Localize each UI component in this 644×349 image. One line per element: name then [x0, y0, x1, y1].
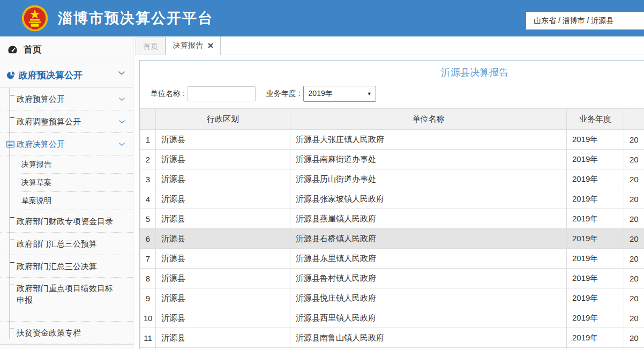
select-arrow-icon: ▼ — [367, 91, 372, 96]
cell: 沂源县南鲁山镇人民政府 — [290, 328, 567, 348]
cell: 3 — [140, 169, 156, 189]
sidebar-subitem[interactable]: 决算报告 — [0, 155, 133, 174]
national-emblem-icon — [20, 4, 49, 33]
cell: 沂源县 — [156, 169, 290, 189]
sidebar-item-home[interactable]: 首页 — [0, 36, 133, 63]
tab-bar: 首页 决算报告 — [135, 36, 644, 55]
cell: 8 — [140, 269, 156, 288]
cell: 6 — [140, 229, 156, 249]
unit-name-label: 单位名称 : — [151, 89, 185, 99]
table-row[interactable]: 1沂源县沂源县大张庄镇人民政府2019年20 — [140, 130, 644, 150]
close-icon[interactable] — [208, 43, 213, 48]
table-row[interactable]: 10沂源县沂源县西里镇人民政府2019年20 — [140, 308, 644, 328]
cell: 沂源县东里镇人民政府 — [290, 249, 567, 269]
sidebar-item-label: 政府部门汇总三公预算 — [17, 238, 97, 249]
cell: 11 — [140, 328, 156, 348]
business-year-label: 业务年度 : — [266, 89, 301, 99]
cell: 沂源县 — [156, 209, 290, 229]
breadcrumb[interactable]: 山东省 / 淄博市 / 沂源县 — [526, 12, 644, 29]
tab-label: 首页 — [143, 42, 158, 51]
cell: 沂源县 — [156, 249, 290, 269]
tab[interactable]: 决算报告 — [166, 36, 221, 55]
cell: 1 — [140, 130, 156, 150]
cell: 沂源县石桥镇人民政府 — [290, 229, 567, 249]
sidebar-item-label: 政府部门汇总三公决算 — [17, 261, 97, 272]
cell: 沂源县 — [156, 269, 290, 288]
unit-name-input[interactable] — [188, 86, 256, 101]
cell: 沂源县燕崖镇人民政府 — [290, 209, 567, 229]
cell: 9 — [140, 288, 156, 308]
sidebar-item[interactable]: 政府调整预算公开 — [0, 110, 133, 133]
app-window: 淄博市预决算公开平台 山东省 / 淄博市 / 沂源县 首页 — [0, 0, 644, 349]
table-body: 1沂源县沂源县大张庄镇人民政府2019年202沂源县沂源县南麻街道办事处2019… — [140, 130, 644, 349]
sidebar-item-label: 政府调整预算公开 — [17, 116, 81, 127]
sidebar-section-gov-budget[interactable]: 政府预决算公开 — [0, 63, 133, 88]
cell: 20 — [624, 288, 644, 308]
table-row[interactable]: 4沂源县沂源县张家坡镇人民政府2019年20 — [140, 189, 644, 209]
sidebar-item[interactable]: 政府部门汇总三公预算 — [0, 233, 133, 255]
cell: 7 — [140, 249, 156, 269]
sidebar-item[interactable]: 政府部门重点项目绩效目标申报 — [0, 278, 133, 322]
cell: 20 — [624, 150, 644, 169]
cell: 20 — [624, 189, 644, 209]
sidebar-subitem-label: 决算草案 — [21, 178, 51, 188]
table-row[interactable]: 3沂源县沂源县历山街道办事处2019年20 — [140, 169, 644, 189]
cell: 20 — [624, 209, 644, 229]
list-icon — [6, 140, 14, 147]
sidebar-item[interactable]: 政府部门汇总三公决算 — [0, 255, 133, 278]
filter-bar: 单位名称 : 业务年度 : 2019年 ▼ — [140, 78, 644, 108]
cell: 10 — [140, 308, 156, 328]
page-title: 淄博市预决算公开平台 — [58, 9, 213, 28]
table-row[interactable]: 9沂源县沂源县悦庄镇人民政府2019年20 — [140, 288, 644, 308]
cell: 沂源县 — [156, 150, 290, 169]
sidebar: 首页 政府预决算公开 政府预算公开 政府调整预算公开 — [0, 36, 133, 349]
chevron-down-icon — [119, 142, 125, 146]
column-header: 业务年度 — [567, 109, 624, 130]
sidebar-item[interactable]: 扶贫资金政策专栏 — [0, 322, 133, 344]
app-header: 淄博市预决算公开平台 山东省 / 淄博市 / 沂源县 — [0, 0, 644, 36]
cell: 2019年 — [567, 288, 624, 308]
cell: 20 — [624, 308, 644, 328]
sidebar-item-label: 政府部门财政专项资金目录 — [17, 216, 113, 227]
column-header — [140, 109, 156, 130]
table-row[interactable]: 5沂源县沂源县燕崖镇人民政府2019年20 — [140, 209, 644, 229]
cell: 沂源县悦庄镇人民政府 — [290, 288, 567, 308]
column-header: 单位名称 — [290, 109, 567, 130]
chevron-down-icon — [119, 120, 125, 123]
cell: 2019年 — [567, 308, 624, 328]
sidebar-subitem-label: 决算报告 — [21, 160, 51, 169]
cell: 20 — [624, 229, 644, 249]
cell: 5 — [140, 209, 156, 229]
cell: 2019年 — [567, 249, 624, 269]
sidebar-item[interactable]: 政府预算公开 — [0, 88, 133, 110]
cell: 2019年 — [567, 130, 624, 150]
tab[interactable]: 首页 — [136, 38, 166, 55]
table-row[interactable]: 8沂源县沂源县鲁村镇人民政府2019年20 — [140, 269, 644, 288]
sidebar-subitem-label: 草案说明 — [21, 196, 51, 206]
sidebar-item[interactable]: 政府决算公开 — [0, 133, 133, 155]
column-header — [624, 109, 644, 130]
sidebar-home-label: 首页 — [24, 43, 42, 56]
cell: 20 — [624, 169, 644, 189]
column-header: 行政区划 — [156, 109, 290, 130]
chevron-down-icon — [119, 97, 125, 101]
report-table: 行政区划单位名称业务年度 1沂源县沂源县大张庄镇人民政府2019年202沂源县沂… — [140, 108, 644, 349]
business-year-value: 2019年 — [309, 89, 333, 99]
sidebar-subitem[interactable]: 决算草案 — [0, 174, 133, 192]
cell: 2019年 — [567, 328, 624, 348]
cell: 沂源县历山街道办事处 — [290, 169, 567, 189]
cell: 20 — [624, 130, 644, 150]
sidebar-item[interactable]: 政府部门财政专项资金目录 — [0, 210, 133, 233]
cell: 沂源县大张庄镇人民政府 — [290, 130, 567, 150]
table-row[interactable]: 6沂源县沂源县石桥镇人民政府2019年20 — [140, 229, 644, 249]
table-row[interactable]: 2沂源县沂源县南麻街道办事处2019年20 — [140, 150, 644, 169]
cell: 2019年 — [567, 189, 624, 209]
table-row[interactable]: 11沂源县沂源县南鲁山镇人民政府2019年20 — [140, 328, 644, 348]
cell: 2019年 — [567, 150, 624, 169]
cell: 沂源县 — [156, 288, 290, 308]
sidebar-subitem[interactable]: 草案说明 — [0, 192, 133, 210]
cell: 2019年 — [567, 209, 624, 229]
table-row[interactable]: 7沂源县沂源县东里镇人民政府2019年20 — [140, 249, 644, 269]
sidebar-section-dept-budget[interactable]: 部门预决算公开 — [0, 344, 133, 349]
business-year-select[interactable]: 2019年 ▼ — [303, 86, 376, 102]
